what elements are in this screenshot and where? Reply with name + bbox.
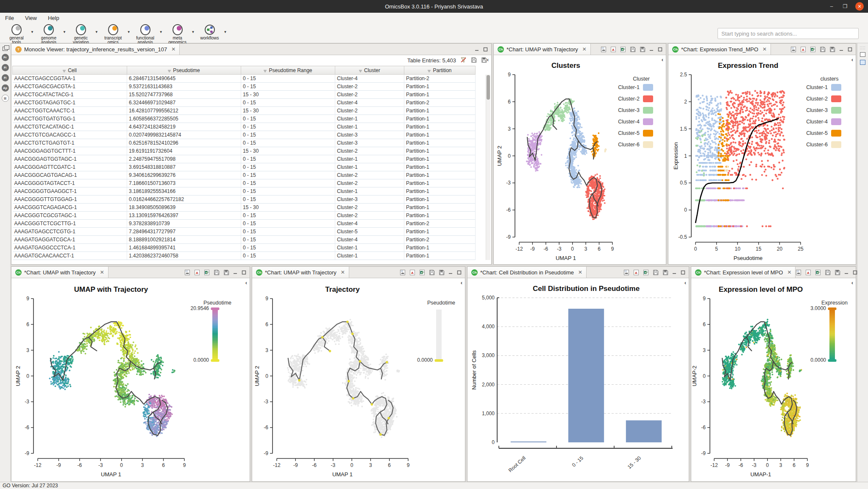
maximize-panel-icon[interactable]: [848, 47, 852, 52]
export-pdf-icon[interactable]: A: [409, 269, 415, 276]
minimize-panel-icon[interactable]: [672, 270, 677, 275]
maximize-panel-icon[interactable]: [853, 270, 857, 275]
tab-close-icon[interactable]: ✕: [582, 46, 587, 52]
minimize-panel-icon[interactable]: [448, 270, 453, 275]
save-icon[interactable]: [653, 269, 659, 276]
table-row[interactable]: AAACCTGAGCCGGTAA-16.2846713154906450 - 1…: [13, 75, 476, 83]
table-row[interactable]: AAACCTGGTCAAACTC-116.42810779955621215 -…: [13, 107, 476, 115]
export-excel-icon[interactable]: x: [815, 269, 821, 276]
restore-panel-icon[interactable]: [3, 47, 8, 51]
export-pdf-icon[interactable]: A: [633, 269, 639, 276]
table-row[interactable]: AAACCTGTCACATAGC-14.6437241824582190 - 1…: [13, 123, 476, 131]
export-pdf-icon[interactable]: A: [194, 269, 200, 276]
table-row[interactable]: AAACGGGGTTGTGGAG-10.0162446622576721820 …: [13, 196, 476, 204]
save-icon[interactable]: [820, 46, 826, 53]
export-image-icon[interactable]: [623, 269, 629, 276]
save-as-icon[interactable]: [829, 46, 835, 53]
chart-panel-umap_pt-tab[interactable]: Ch*Chart: UMAP with Trajectory✕: [11, 267, 108, 278]
maximize-panel-icon[interactable]: [658, 47, 662, 52]
table-row[interactable]: AAACGGGGTAGTACCT-17.1866015071360730 - 1…: [13, 179, 476, 187]
dropdown-arrow-icon[interactable]: ▼: [63, 30, 66, 34]
monocle-viewer-panel-tab[interactable]: TMonocle Viewer: trajectory_inference_re…: [11, 44, 180, 55]
collapse-sidebar-icon[interactable]: ‹: [487, 58, 489, 62]
save-as-icon[interactable]: [835, 269, 840, 276]
table-row[interactable]: AAACGGGAGGTGCTTT-119.619119173260415 - 3…: [13, 147, 476, 155]
tab-close-icon[interactable]: ✕: [762, 46, 767, 52]
filter-disabled-icon[interactable]: [460, 57, 467, 64]
chart-panel-bar-tab[interactable]: Ch*Chart: Cell Distribution in Pseudotim…: [467, 267, 587, 278]
table-row[interactable]: AAACGGGAGTTCGATC-13.6915483188108870 - 1…: [13, 163, 476, 171]
column-header-partition[interactable]: Partition: [404, 66, 476, 75]
maximize-panel-icon[interactable]: [242, 270, 246, 275]
table-row[interactable]: AAACCTGCATACTACG-115.520274773796815 - 3…: [13, 91, 476, 99]
save-as-icon[interactable]: [439, 269, 445, 276]
column-header-cluster[interactable]: Cluster: [335, 66, 404, 75]
tab-close-icon[interactable]: ✕: [171, 46, 175, 52]
tab-close-icon[interactable]: ✕: [341, 269, 345, 275]
minimize-window-icon[interactable]: –: [828, 3, 835, 9]
table-row[interactable]: AAAGATGAGCCTCGTG-17.2849643177279970 - 1…: [13, 228, 476, 236]
table-row[interactable]: AAACCTGTCTGAGTGT-10.62516781524102960 - …: [13, 139, 476, 147]
sidebar-view-icon-2[interactable]: Fi: [2, 64, 9, 71]
restore-window-icon[interactable]: ❐: [842, 3, 849, 9]
toolbar-item-workflows[interactable]: workflows: [197, 24, 223, 40]
minimize-panel-icon[interactable]: [844, 270, 849, 275]
search-input[interactable]: [718, 28, 859, 39]
save-as-icon[interactable]: [662, 269, 668, 276]
collapse-sidebar-icon[interactable]: ‹: [684, 281, 686, 285]
table-row[interactable]: AAACCTGGTGATGTGG-11.60585663722855050 - …: [13, 115, 476, 123]
column-header-pseudotime-range[interactable]: Pseudotime Range: [241, 66, 335, 75]
table-row[interactable]: AAAGATGAGGATCGCA-18.1888910029218140 - 1…: [13, 236, 476, 244]
panel-view-icon[interactable]: [860, 60, 865, 65]
export-image-icon[interactable]: [601, 46, 606, 53]
table-row[interactable]: AAACCTGTCGACAGCC-10.020749998321458740 -…: [13, 131, 476, 139]
save-as-icon[interactable]: [223, 269, 229, 276]
restore-view-icon[interactable]: [860, 52, 865, 57]
export-excel-icon[interactable]: x: [810, 46, 816, 53]
table-row[interactable]: AAAGATGAGGCCCTCA-11.4616848993957410 - 1…: [13, 244, 476, 252]
save-table-icon[interactable]: [471, 57, 477, 64]
table-row[interactable]: AAACGGGGTGAAGGCT-13.1861892555341660 - 1…: [13, 187, 476, 196]
chart-panel-umap_expr-tab[interactable]: Ch*Chart: Expression level of MPO✕: [691, 267, 796, 278]
export-image-icon[interactable]: [790, 46, 796, 53]
save-icon[interactable]: [429, 269, 435, 276]
dropdown-arrow-icon[interactable]: ▼: [159, 30, 163, 34]
chart-panel-umap_traj-tab[interactable]: Ch*Chart: UMAP with Trajectory✕: [252, 267, 349, 278]
maximize-panel-icon[interactable]: [483, 47, 488, 52]
collapse-sidebar-icon[interactable]: ‹: [662, 58, 663, 62]
export-pdf-icon[interactable]: A: [805, 269, 811, 276]
tab-close-icon[interactable]: ✕: [787, 269, 791, 275]
toolbar-item-genome[interactable]: genomeanalysis: [36, 24, 62, 45]
menu-item-view[interactable]: View: [25, 15, 37, 21]
minimize-panel-icon[interactable]: [649, 47, 654, 52]
table-row[interactable]: AAACGGGAGTGGTAGC-12.2487594755170980 - 1…: [13, 155, 476, 163]
dropdown-arrow-icon[interactable]: ▼: [224, 30, 227, 34]
table-row[interactable]: AAACGGGTCTCGCTTG-19.37828389107390 - 15C…: [13, 220, 476, 228]
sidebar-view-icon-5[interactable]: ▣: [2, 95, 9, 102]
minimize-panel-icon[interactable]: [233, 270, 238, 275]
dropdown-arrow-icon[interactable]: ▼: [127, 30, 131, 34]
sidebar-view-icon-1[interactable]: Pr: [2, 54, 9, 61]
chart-panel-trend-tab[interactable]: Ch*Chart: Expression Trend_MPO✕: [668, 44, 771, 55]
close-window-icon[interactable]: ✕: [855, 2, 864, 11]
drag-handle-icon[interactable]: ........: [857, 45, 868, 49]
collapse-sidebar-icon[interactable]: ‹: [851, 58, 853, 62]
table-row[interactable]: AAACGGGTCAGAGACG-118.3490850508963915 - …: [13, 204, 476, 212]
maximize-panel-icon[interactable]: [681, 270, 685, 275]
export-pdf-icon[interactable]: A: [610, 46, 616, 53]
export-excel-icon[interactable]: x: [419, 269, 425, 276]
chart-panel-clusters-tab[interactable]: Ch*Chart: UMAP with Trajectory✕: [494, 44, 591, 55]
table-row[interactable]: AAACGGGCAGTGACAG-19.3406162996392760 - 1…: [13, 171, 476, 179]
dropdown-arrow-icon[interactable]: ▼: [95, 30, 98, 34]
toolbar-item-transcript[interactable]: transcriptomics: [100, 24, 126, 45]
export-image-icon[interactable]: [184, 269, 190, 276]
dropdown-arrow-icon[interactable]: ▼: [192, 30, 195, 34]
menu-item-help[interactable]: Help: [48, 15, 59, 21]
export-excel-icon[interactable]: x: [620, 46, 626, 53]
sidebar-view-icon-3[interactable]: Fi: [2, 74, 9, 81]
table-row[interactable]: AAAGATGCAACAACCT-11.42038623724607580 - …: [13, 252, 476, 260]
column-header-pseudotime[interactable]: Pseudotime: [127, 66, 241, 75]
export-image-icon[interactable]: [796, 269, 801, 276]
dropdown-arrow-icon[interactable]: ▼: [31, 30, 34, 34]
tab-close-icon[interactable]: ✕: [100, 269, 104, 275]
